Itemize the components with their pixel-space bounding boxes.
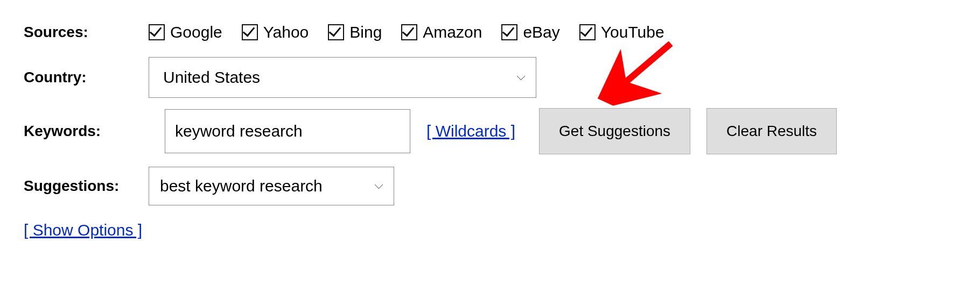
sources-checkbox-group: Google Yahoo Bing Amazon eBay YouTube	[149, 23, 664, 41]
keywords-input[interactable]	[165, 109, 410, 153]
source-google-label: Google	[170, 23, 222, 41]
suggestions-select[interactable]: best keyword research	[149, 167, 394, 205]
show-options-link[interactable]: [ Show Options ]	[24, 221, 142, 239]
suggestions-row: Suggestions: best keyword research	[24, 167, 956, 205]
sources-label: Sources:	[24, 24, 149, 41]
source-yahoo[interactable]: Yahoo	[242, 23, 309, 41]
country-select[interactable]: United States	[149, 57, 536, 98]
source-youtube-label: YouTube	[601, 23, 664, 41]
clear-results-button[interactable]: Clear Results	[706, 108, 837, 154]
get-suggestions-button[interactable]: Get Suggestions	[539, 108, 690, 154]
country-row: Country: United States	[24, 57, 956, 98]
source-google[interactable]: Google	[149, 23, 222, 41]
chevron-down-icon	[373, 182, 382, 190]
source-amazon[interactable]: Amazon	[401, 23, 482, 41]
source-bing-label: Bing	[349, 23, 382, 41]
checkbox-icon[interactable]	[328, 24, 344, 40]
checkbox-icon[interactable]	[501, 24, 517, 40]
wildcards-link[interactable]: [ Wildcards ]	[426, 122, 515, 140]
suggestions-selected-value: best keyword research	[160, 177, 323, 195]
show-options-row: [ Show Options ]	[24, 215, 956, 245]
checkbox-icon[interactable]	[242, 24, 258, 40]
source-amazon-label: Amazon	[423, 23, 482, 41]
source-youtube[interactable]: YouTube	[579, 23, 664, 41]
source-bing[interactable]: Bing	[328, 23, 382, 41]
checkbox-icon[interactable]	[149, 24, 165, 40]
source-ebay-label: eBay	[523, 23, 559, 41]
source-ebay[interactable]: eBay	[501, 23, 559, 41]
checkbox-icon[interactable]	[401, 24, 417, 40]
country-label: Country:	[24, 69, 149, 86]
suggestions-label: Suggestions:	[24, 177, 149, 195]
chevron-down-icon	[515, 73, 524, 82]
keywords-row: Keywords: [ Wildcards ] Get Suggestions …	[24, 108, 956, 155]
source-yahoo-label: Yahoo	[263, 23, 309, 41]
checkbox-icon[interactable]	[579, 24, 596, 40]
keywords-label: Keywords:	[24, 123, 149, 140]
country-selected-value: United States	[163, 68, 260, 87]
sources-row: Sources: Google Yahoo Bing Amazon eBay Y…	[24, 22, 956, 43]
